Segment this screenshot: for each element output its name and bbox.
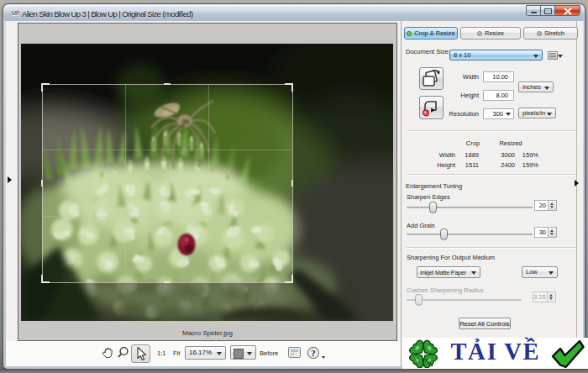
svg-text:?: ? bbox=[311, 348, 316, 358]
